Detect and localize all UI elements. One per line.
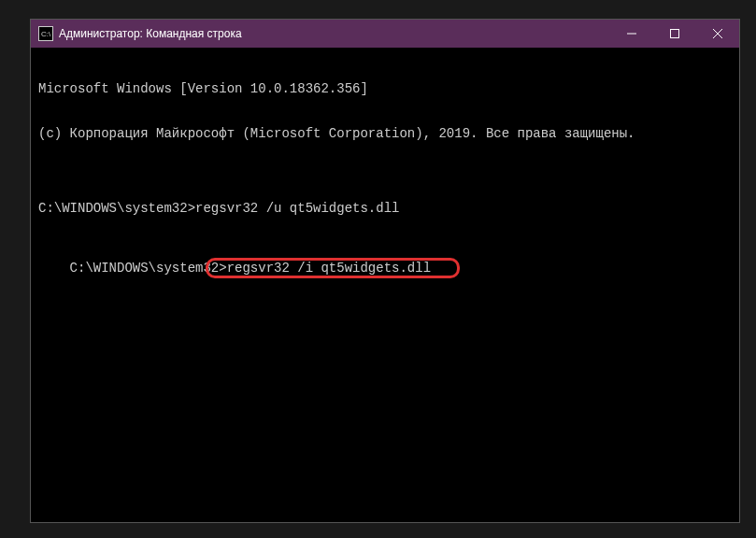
cmd-icon: C:\	[38, 26, 53, 41]
maximize-button[interactable]	[653, 20, 696, 48]
prompt: C:\WINDOWS\system32>	[38, 201, 195, 216]
minimize-icon	[627, 29, 636, 38]
terminal-area[interactable]: Microsoft Windows [Version 10.0.18362.35…	[31, 48, 739, 522]
prompt: C:\WINDOWS\system32>	[70, 261, 227, 276]
window-controls	[610, 20, 739, 48]
svg-rect-1	[671, 30, 679, 38]
command-text: regsvr32 /u qt5widgets.dll	[195, 201, 399, 216]
command-text: regsvr32 /i qt5widgets.dll	[227, 261, 431, 276]
cmd-icon-glyph: C:\	[41, 30, 50, 38]
close-button[interactable]	[696, 20, 739, 48]
terminal-line: (c) Корпорация Майкрософт (Microsoft Cor…	[38, 126, 732, 141]
terminal-line: C:\WINDOWS\system32>regsvr32 /u qt5widge…	[38, 201, 732, 216]
titlebar[interactable]: C:\ Администратор: Командная строка	[31, 20, 739, 48]
command-prompt-window: C:\ Администратор: Командная строка Micr…	[30, 19, 740, 523]
maximize-icon	[670, 29, 679, 38]
terminal-line: Microsoft Windows [Version 10.0.18362.35…	[38, 81, 732, 96]
terminal-line-highlighted: C:\WINDOWS\system32>regsvr32 /i qt5widge…	[70, 261, 431, 276]
window-title: Администратор: Командная строка	[59, 27, 610, 40]
close-icon	[713, 29, 722, 38]
minimize-button[interactable]	[610, 20, 653, 48]
